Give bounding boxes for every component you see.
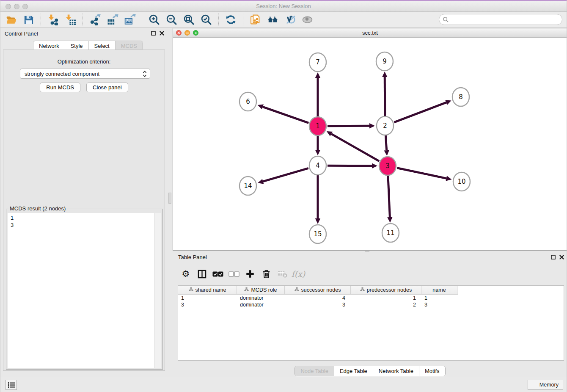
- node-2[interactable]: 2: [377, 116, 394, 135]
- memory-button[interactable]: Memory: [528, 380, 563, 390]
- import-table-icon[interactable]: [64, 13, 77, 27]
- node-11[interactable]: 11: [382, 224, 399, 242]
- tab-edge-table[interactable]: Edge Table: [334, 366, 373, 376]
- network-window-titlebar[interactable]: scc.txt: [173, 28, 567, 38]
- save-session-icon[interactable]: [22, 13, 35, 27]
- tab-network-table[interactable]: Network Table: [373, 366, 419, 376]
- result-scrollbar[interactable]: [154, 213, 161, 368]
- mcds-result-area[interactable]: 1 3: [8, 213, 161, 368]
- delete-columns-icon[interactable]: [258, 266, 274, 282]
- create-column-icon[interactable]: [242, 266, 258, 282]
- function-builder-icon[interactable]: f(x): [290, 266, 306, 282]
- close-window-button[interactable]: [6, 4, 11, 9]
- edge-1-6[interactable]: [258, 104, 309, 123]
- table-panel-tabs: Node TableEdge TableNetwork TableMotifs: [295, 366, 445, 376]
- toggle-annotations-icon[interactable]: [284, 13, 297, 27]
- refresh-icon[interactable]: [224, 13, 237, 27]
- run-mcds-button[interactable]: Run MCDS: [40, 83, 80, 92]
- maximize-window-button[interactable]: [22, 4, 28, 9]
- network-canvas[interactable]: 1234678910111415: [173, 38, 567, 250]
- column-label: predecessor nodes: [367, 287, 412, 293]
- zoom-selected-icon[interactable]: [200, 13, 213, 27]
- toolbar-separator: [41, 14, 41, 26]
- node-4[interactable]: 4: [309, 156, 326, 175]
- import-network-icon[interactable]: [47, 13, 60, 27]
- node-9[interactable]: 9: [376, 52, 393, 71]
- node-8[interactable]: 8: [452, 88, 469, 106]
- edge-1-7[interactable]: [315, 72, 320, 116]
- export-network-icon[interactable]: [88, 13, 102, 27]
- select-all-columns-icon[interactable]: [210, 266, 226, 282]
- column-label: successor nodes: [301, 287, 341, 293]
- edge-4-14[interactable]: [258, 168, 308, 184]
- window-titlebar: Session: New Session: [0, 1, 567, 12]
- unselect-all-columns-icon[interactable]: [226, 266, 242, 282]
- show-columns-icon[interactable]: [194, 266, 210, 282]
- minimize-window-button[interactable]: [14, 4, 19, 9]
- table-settings-icon[interactable]: ⚙: [178, 266, 194, 282]
- edge-3-10[interactable]: [397, 168, 452, 181]
- float-panel-icon[interactable]: [551, 255, 556, 259]
- cell-MCDS-role: dominator: [237, 295, 285, 301]
- node-1[interactable]: 1: [309, 117, 326, 135]
- edge-4-3[interactable]: [328, 163, 377, 168]
- table-row[interactable]: 3dominator323: [178, 301, 564, 308]
- close-panel-icon[interactable]: [559, 255, 564, 259]
- home-icon[interactable]: [266, 13, 279, 27]
- application-window: Session: New Session: [0, 0, 567, 392]
- node-6[interactable]: 6: [239, 92, 256, 111]
- zoom-fit-icon[interactable]: [182, 13, 195, 27]
- node-label: 1: [316, 122, 320, 130]
- column-header-predecessor-nodes[interactable]: predecessor nodes: [351, 286, 421, 294]
- control-panel-header: Control Panel: [0, 28, 168, 40]
- column-header-shared-name[interactable]: shared name: [178, 286, 237, 294]
- console-button[interactable]: [6, 380, 17, 390]
- column-header-name[interactable]: name: [421, 286, 457, 294]
- edge-4-15[interactable]: [315, 175, 320, 224]
- node-10[interactable]: 10: [453, 172, 470, 191]
- column-header-successor-nodes[interactable]: successor nodes: [285, 286, 351, 294]
- float-panel-icon[interactable]: [151, 31, 156, 36]
- zoom-out-icon[interactable]: [165, 13, 178, 27]
- close-view-button[interactable]: [176, 30, 182, 36]
- mcds-result-text: 1 3: [8, 213, 154, 368]
- search-input[interactable]: [451, 15, 562, 24]
- network-title: scc.txt: [173, 28, 567, 37]
- close-panel-button[interactable]: Close panel: [86, 83, 128, 92]
- tree-icon: [244, 287, 249, 293]
- edge-1-4[interactable]: [315, 136, 320, 155]
- column-header-MCDS-role[interactable]: MCDS role: [237, 286, 285, 294]
- maximize-view-button[interactable]: [193, 30, 198, 36]
- node-table[interactable]: shared nameMCDS rolesuccessor nodesprede…: [178, 285, 564, 361]
- toolbar-separator: [243, 14, 243, 26]
- table-header-row: shared nameMCDS rolesuccessor nodesprede…: [178, 286, 458, 295]
- edge-1-2[interactable]: [328, 123, 375, 128]
- open-session-icon[interactable]: [5, 13, 18, 27]
- vertical-splitter-handle[interactable]: [168, 193, 171, 204]
- clone-network-icon[interactable]: [249, 13, 262, 27]
- edge-3-1[interactable]: [327, 131, 379, 161]
- toolbar-separator: [218, 14, 219, 26]
- tab-motifs[interactable]: Motifs: [419, 366, 445, 376]
- select-stepper-icon: [142, 70, 147, 79]
- node-14[interactable]: 14: [239, 177, 256, 195]
- edge-2-9[interactable]: [382, 72, 387, 116]
- network-view-window: scc.txt 1234678910111415: [173, 28, 567, 251]
- close-panel-icon[interactable]: [160, 31, 164, 36]
- node-7[interactable]: 7: [309, 53, 326, 72]
- tab-node-table[interactable]: Node Table: [295, 366, 334, 376]
- zoom-in-icon[interactable]: [148, 13, 161, 27]
- minimize-view-button[interactable]: [184, 30, 190, 36]
- search-field[interactable]: [439, 14, 562, 25]
- edge-3-11[interactable]: [387, 176, 392, 223]
- edge-2-8[interactable]: [394, 100, 451, 122]
- node-3[interactable]: 3: [379, 157, 396, 175]
- delete-table-icon[interactable]: [274, 266, 290, 282]
- edge-2-3[interactable]: [384, 135, 389, 156]
- optimization-criterion-select[interactable]: strongly connected component: [20, 69, 150, 79]
- table-row[interactable]: 1dominator411: [178, 295, 564, 301]
- export-image-icon[interactable]: [123, 13, 136, 27]
- node-15[interactable]: 15: [309, 225, 326, 243]
- export-table-icon[interactable]: [106, 13, 119, 27]
- show-details-eye-icon[interactable]: [301, 13, 314, 27]
